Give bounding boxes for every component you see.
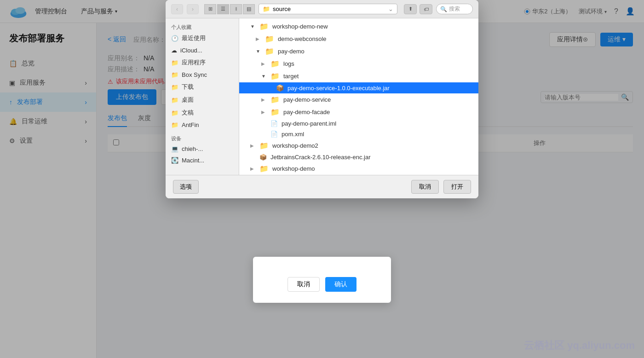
folder-icon: 📁 xyxy=(270,108,280,116)
device-section-label: 设备 xyxy=(166,133,239,143)
file-name: demo-webconsole xyxy=(278,35,327,42)
dialog-body: 个人收藏 🕐 最近使用 ☁ iCloud... 📁 应用程序 📁 Box Syn… xyxy=(166,18,478,175)
dialog-location[interactable]: 📁 source ⌄ xyxy=(259,4,397,14)
file-item[interactable]: ▶ 📁 workshop-demo2 xyxy=(239,139,478,152)
expand-icon: ▼ xyxy=(250,24,256,29)
dialog-action-btns: ⬆ 🏷 xyxy=(404,4,432,14)
folder-icon: 📁 xyxy=(270,59,280,68)
file-picker-dialog: ‹ › ⊞ ☰ ⫴ ▤ 📁 source ⌄ ⬆ 🏷 🔍 搜索 个人收藏 xyxy=(166,0,478,198)
sidebar-documents[interactable]: 📁 文稿 xyxy=(166,106,239,119)
file-name: pay-demo-facade xyxy=(283,109,330,115)
expand-icon: ▼ xyxy=(256,49,261,54)
file-name: pay-demo-service-1.0.0-executable.jar xyxy=(288,85,390,92)
dialog-search[interactable]: 🔍 搜索 xyxy=(436,4,473,14)
tag-btn[interactable]: 🏷 xyxy=(420,4,432,14)
folder-icon: 📁 xyxy=(259,141,269,150)
dialog-sidebar: 个人收藏 🕐 最近使用 ☁ iCloud... 📁 应用程序 📁 Box Syn… xyxy=(166,18,239,175)
folder-icon: 📁 xyxy=(265,47,274,56)
desktop-folder-icon: 📁 xyxy=(171,97,178,104)
download-folder-icon: 📁 xyxy=(171,84,178,91)
sidebar-boxsync[interactable]: 📁 Box Sync xyxy=(166,69,239,81)
expand-icon: ▶ xyxy=(261,61,267,66)
folder-icon: 📁 xyxy=(270,95,280,104)
file-item[interactable]: ▶ 📁 workshop-demo xyxy=(239,162,478,175)
view-icon-btn[interactable]: ⊞ xyxy=(204,4,216,14)
file-item[interactable]: 📄 pom.xml xyxy=(239,129,478,139)
file-item[interactable]: ▶ 📁 demo-webconsole xyxy=(239,33,478,45)
sidebar-antfin[interactable]: 📁 AntFin xyxy=(166,119,239,131)
search-icon: 🔍 xyxy=(440,6,447,12)
view-gallery-btn[interactable]: ▤ xyxy=(243,4,255,14)
options-button[interactable]: 选项 xyxy=(173,180,199,194)
sidebar-icloud[interactable]: ☁ iCloud... xyxy=(166,45,239,56)
dialog-back-btn[interactable]: ‹ xyxy=(171,4,183,14)
dialog-cancel-button[interactable]: 取消 xyxy=(411,180,439,194)
jar-file-icon: 📦 xyxy=(259,154,267,161)
clock-icon: 🕐 xyxy=(171,35,178,42)
expand-icon: ▶ xyxy=(261,97,267,102)
folder-icon: 📁 xyxy=(263,6,270,12)
jar-file-icon: 📦 xyxy=(276,84,284,92)
dialog-forward-btn[interactable]: › xyxy=(187,4,199,14)
dialog-toolbar: ‹ › ⊞ ☰ ⫴ ▤ 📁 source ⌄ ⬆ 🏷 🔍 搜索 xyxy=(166,0,478,18)
dialog-open-button[interactable]: 打开 xyxy=(443,180,471,194)
xml-file-icon: 📄 xyxy=(270,131,278,138)
file-name: pay-demo xyxy=(278,48,305,55)
confirm-ok-button[interactable]: 确认 xyxy=(325,277,356,292)
dialog-footer: 选项 取消 打开 xyxy=(166,175,478,198)
file-name: pay-demo-service xyxy=(283,96,331,103)
disk-icon: 💽 xyxy=(171,157,178,164)
file-name: JetbrainsCrack-2.6.10-release-enc.jar xyxy=(270,154,370,161)
confirm-cancel-button[interactable]: 取消 xyxy=(288,277,320,292)
file-name: workshop-demo2 xyxy=(272,142,318,149)
sidebar-downloads[interactable]: 📁 下载 xyxy=(166,81,239,93)
file-name: pom.xml xyxy=(282,131,304,138)
sidebar-laptop[interactable]: 💻 chieh-... xyxy=(166,143,239,155)
file-item[interactable]: ▶ 📁 logs xyxy=(239,58,478,70)
file-name: workshop-demo xyxy=(272,165,315,172)
dialog-filelist: ▼ 📁 workshop-demo-new ▶ 📁 demo-webconsol… xyxy=(239,18,478,175)
sidebar-applications[interactable]: 📁 应用程序 xyxy=(166,56,239,69)
file-item[interactable]: ▶ 📁 pay-demo-facade xyxy=(239,106,478,118)
view-column-btn[interactable]: ⫴ xyxy=(230,4,242,14)
view-list-btn[interactable]: ☰ xyxy=(217,4,229,14)
antfin-folder-icon: 📁 xyxy=(171,121,178,128)
expand-icon: ▼ xyxy=(261,74,267,79)
file-item[interactable]: ▶ 📁 pay-demo-service xyxy=(239,93,478,106)
docs-folder-icon: 📁 xyxy=(171,110,178,116)
file-name: workshop-demo-new xyxy=(272,23,328,30)
file-item[interactable]: 📄 pay-demo-parent.iml xyxy=(239,118,478,129)
folder-icon: 📁 xyxy=(265,35,274,43)
dialog-view-btns: ⊞ ☰ ⫴ ▤ xyxy=(204,4,255,14)
expand-icon: ▶ xyxy=(250,143,256,148)
confirm-dialog: 取消 确认 xyxy=(253,257,391,303)
sidebar-recent[interactable]: 🕐 最近使用 xyxy=(166,32,239,45)
file-item[interactable]: ▼ 📁 pay-demo xyxy=(239,45,478,58)
box-folder-icon: 📁 xyxy=(171,71,178,78)
app-folder-icon: 📁 xyxy=(171,59,178,66)
footer-right: 取消 打开 xyxy=(411,180,471,194)
file-item[interactable]: ▼ 📁 target xyxy=(239,70,478,82)
personal-section-label: 个人收藏 xyxy=(166,22,239,32)
footer-left: 选项 xyxy=(173,180,199,194)
file-name: logs xyxy=(283,60,294,67)
confirm-buttons: 取消 确认 xyxy=(268,277,376,292)
file-item[interactable]: ▼ 📁 workshop-demo-new xyxy=(239,20,478,33)
folder-icon: 📁 xyxy=(270,72,280,81)
file-name: target xyxy=(283,73,299,80)
laptop-icon: 💻 xyxy=(171,145,178,152)
sidebar-disk[interactable]: 💽 Macint... xyxy=(166,155,239,166)
sidebar-desktop[interactable]: 📁 桌面 xyxy=(166,93,239,106)
chevron-down-icon: ⌄ xyxy=(388,6,393,12)
cloud-icon: ☁ xyxy=(171,47,177,54)
iml-file-icon: 📄 xyxy=(270,120,278,127)
expand-icon: ▶ xyxy=(256,36,261,41)
expand-icon: ▶ xyxy=(250,166,256,171)
file-item[interactable]: 📦 JetbrainsCrack-2.6.10-release-enc.jar xyxy=(239,152,478,162)
file-name: pay-demo-parent.iml xyxy=(282,120,336,127)
folder-icon: 📁 xyxy=(259,164,269,173)
folder-icon: 📁 xyxy=(259,22,269,31)
share-btn[interactable]: ⬆ xyxy=(404,4,417,14)
file-item-selected[interactable]: 📦 pay-demo-service-1.0.0-executable.jar xyxy=(239,82,478,93)
expand-icon: ▶ xyxy=(261,110,267,115)
